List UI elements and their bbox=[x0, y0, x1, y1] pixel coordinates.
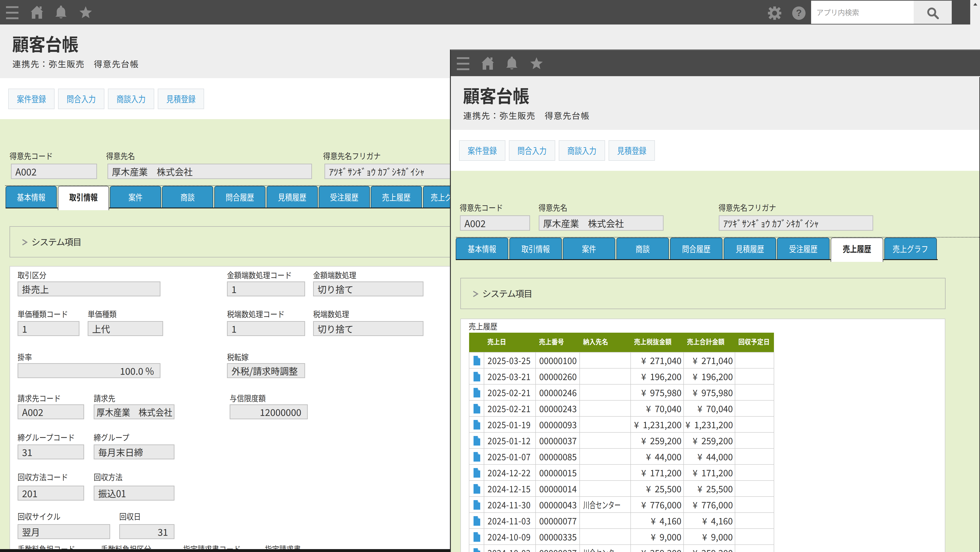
svg-text:?: ? bbox=[796, 8, 802, 18]
